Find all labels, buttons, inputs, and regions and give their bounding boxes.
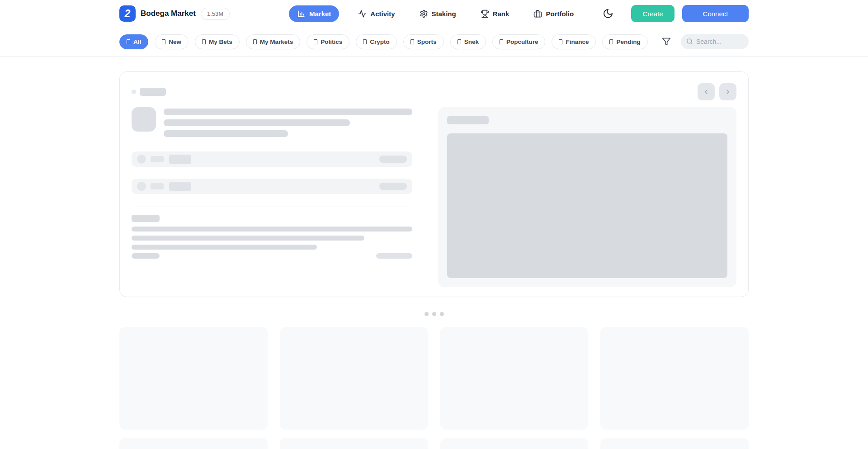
missing-glyph-icon (253, 39, 257, 44)
outcome-text-skeleton (169, 182, 191, 191)
chip-label: Popculture (506, 38, 538, 45)
text-line-skeleton (164, 130, 288, 137)
market-card-skeleton (280, 327, 428, 430)
nav-item-market[interactable]: Market (289, 5, 339, 22)
nav-label: Activity (370, 10, 395, 18)
nav-label: Staking (432, 10, 456, 18)
chip-snek[interactable]: Snek (450, 34, 486, 49)
text-line-skeleton (164, 109, 412, 115)
carousel-prev-button[interactable] (698, 83, 715, 100)
chip-label: Sports (417, 38, 437, 45)
status-dot-skeleton (132, 90, 136, 94)
missing-glyph-icon (458, 39, 461, 44)
carousel-controls (698, 83, 736, 100)
brand: 2 Bodega Market 1.53M (119, 5, 230, 22)
category-chips: All New My Bets My Markets Politics Cryp… (119, 34, 648, 49)
chip-label: Snek (464, 38, 479, 45)
nav-item-portfolio[interactable]: Portfolio (528, 5, 579, 22)
search-icon (686, 38, 693, 45)
chip-label: My Bets (209, 38, 232, 45)
chip-label: Finance (566, 38, 589, 45)
text-line-skeleton (132, 236, 364, 241)
nav-item-staking[interactable]: Staking (414, 5, 462, 22)
briefcase-icon (533, 9, 542, 18)
market-card-skeleton (119, 327, 268, 430)
outcome-text-skeleton (151, 183, 164, 189)
featured-market-card-skeleton (119, 71, 749, 297)
nav-item-activity[interactable]: Activity (353, 5, 400, 22)
nav-label: Market (309, 10, 331, 18)
market-card-skeleton (280, 438, 428, 449)
text-line-skeleton (164, 119, 350, 126)
chart-panel-skeleton (438, 107, 737, 287)
outcome-text-skeleton (169, 155, 191, 164)
header-actions: Create Connect (599, 5, 749, 23)
missing-glyph-icon (609, 39, 613, 44)
missing-glyph-icon (410, 39, 414, 44)
bodega-logo-icon[interactable]: 2 (119, 5, 136, 22)
chip-label: My Markets (260, 38, 293, 45)
market-card-skeleton (440, 327, 589, 430)
section-label-skeleton (132, 215, 160, 222)
chip-finance[interactable]: Finance (552, 34, 596, 49)
carousel-next-button[interactable] (719, 83, 736, 100)
missing-glyph-icon (127, 39, 130, 44)
nav-label: Rank (493, 10, 509, 18)
outcome-value-skeleton (379, 156, 407, 163)
chip-new[interactable]: New (155, 34, 189, 49)
chip-label: Crypto (370, 38, 390, 45)
connect-button[interactable]: Connect (682, 5, 749, 22)
funnel-icon (662, 37, 671, 46)
chip-all[interactable]: All (119, 34, 148, 49)
moon-icon (603, 8, 613, 19)
chart-label-skeleton (447, 116, 489, 124)
chip-my-bets[interactable]: My Bets (195, 34, 240, 49)
top-navigation: 2 Bodega Market 1.53M Market Activity (0, 0, 868, 27)
chip-label: Pending (616, 38, 640, 45)
outcome-text-skeleton (151, 156, 164, 162)
carousel-dot[interactable] (432, 312, 436, 316)
chip-pending[interactable]: Pending (602, 34, 647, 49)
trophy-icon (481, 9, 489, 18)
chevron-right-icon (724, 88, 731, 95)
filter-button[interactable] (659, 34, 674, 49)
nav-item-rank[interactable]: Rank (475, 5, 515, 22)
market-grid (119, 327, 749, 449)
text-line-skeleton (132, 245, 317, 250)
title-skeleton (140, 88, 166, 96)
outcome-value-skeleton (379, 183, 407, 190)
chip-politics[interactable]: Politics (307, 34, 349, 49)
chip-popculture[interactable]: Popculture (492, 34, 546, 49)
main-nav: Market Activity Staking (289, 0, 579, 27)
chevron-left-icon (703, 88, 710, 95)
missing-glyph-icon (500, 39, 503, 44)
text-line-skeleton (132, 227, 412, 232)
market-card-skeleton (600, 327, 749, 430)
missing-glyph-icon (202, 39, 206, 44)
bar-chart-icon (297, 9, 306, 18)
footer-value-skeleton (376, 253, 412, 259)
chip-label: New (169, 38, 181, 45)
chip-label: All (133, 38, 141, 45)
missing-glyph-icon (559, 39, 562, 44)
outcome-icon-skeleton (137, 155, 146, 164)
outcome-icon-skeleton (137, 182, 146, 191)
carousel-dot[interactable] (440, 312, 444, 316)
market-card-skeleton (600, 438, 749, 449)
market-card-skeleton (119, 438, 268, 449)
carousel-dot[interactable] (425, 312, 429, 316)
theme-toggle-button[interactable] (599, 5, 617, 23)
chip-crypto[interactable]: Crypto (356, 34, 397, 49)
create-button[interactable]: Create (631, 5, 675, 22)
featured-card-meta-skeleton (132, 88, 166, 96)
chip-my-markets[interactable]: My Markets (246, 34, 301, 49)
missing-glyph-icon (363, 39, 367, 44)
chip-sports[interactable]: Sports (403, 34, 444, 49)
nav-label: Portfolio (546, 10, 574, 18)
carousel-dots (119, 312, 749, 316)
market-card-skeleton (440, 438, 589, 449)
avatar-skeleton (132, 107, 156, 132)
outcome-row-skeleton (132, 151, 412, 167)
gear-icon (420, 9, 428, 18)
activity-icon (358, 9, 367, 18)
